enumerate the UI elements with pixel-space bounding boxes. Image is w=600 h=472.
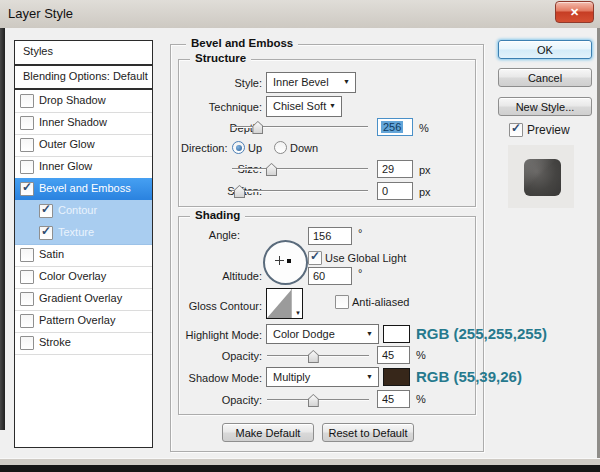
- highlight-opacity-input[interactable]: 45: [377, 346, 410, 364]
- style-value: Inner Bevel: [273, 76, 329, 88]
- opacity-unit: %: [416, 393, 426, 405]
- shadow-color-swatch[interactable]: [383, 368, 410, 386]
- depth-slider[interactable]: [232, 121, 368, 134]
- anti-aliased-label: Anti-aliased: [352, 296, 409, 308]
- preview-thumbnail: [508, 145, 574, 208]
- panel-title: Bevel and Emboss: [186, 37, 298, 49]
- gloss-contour-label: Gloss Contour:: [180, 300, 262, 312]
- shadow-opacity-input[interactable]: 45: [377, 390, 410, 408]
- soften-input[interactable]: 0: [377, 182, 413, 200]
- sidebar-item-blending-options[interactable]: Blending Options: Default: [15, 66, 152, 90]
- sidebar-item-drop-shadow[interactable]: Drop Shadow: [15, 90, 152, 113]
- shadow-mode-value: Multiply: [273, 371, 310, 383]
- shadow-opacity-slider[interactable]: [267, 394, 369, 407]
- direction-up-label: Up: [248, 142, 262, 154]
- contour-thumbnail: [267, 289, 292, 318]
- soften-slider[interactable]: [232, 185, 368, 198]
- slider-thumb[interactable]: [234, 185, 245, 198]
- inner-shadow-checkbox[interactable]: [20, 116, 34, 130]
- sidebar-item-label: Color Overlay: [39, 270, 106, 282]
- sidebar-item-label: Stroke: [39, 336, 71, 348]
- new-style-button[interactable]: New Style...: [498, 97, 592, 116]
- chevron-down-icon: ▼: [343, 78, 350, 85]
- contour-checkbox[interactable]: ✓: [39, 204, 53, 218]
- style-select[interactable]: Inner Bevel ▼: [266, 72, 356, 93]
- sidebar-item-label: Gradient Overlay: [39, 292, 122, 304]
- slider-thumb[interactable]: [308, 394, 319, 407]
- pattern-overlay-checkbox[interactable]: [20, 314, 34, 328]
- sidebar-item-texture[interactable]: ✓ Texture: [15, 222, 152, 245]
- sidebar-item-satin[interactable]: Satin: [15, 244, 152, 267]
- chevron-down-icon: ▼: [366, 330, 373, 337]
- close-icon: ✕: [570, 6, 579, 18]
- gloss-contour-arrow-button[interactable]: ▼: [291, 289, 302, 318]
- angle-input[interactable]: 156: [308, 227, 352, 245]
- sidebar-item-label: Bevel and Emboss: [39, 182, 131, 194]
- make-default-button[interactable]: Make Default: [222, 423, 314, 442]
- direction-down-label: Down: [290, 142, 318, 154]
- sidebar-item-styles[interactable]: Styles: [15, 41, 152, 66]
- highlight-color-swatch[interactable]: [383, 325, 410, 343]
- sidebar-item-label: Drop Shadow: [39, 94, 106, 106]
- slider-thumb[interactable]: [266, 163, 277, 176]
- slider-track: [232, 168, 368, 170]
- shading-title: Shading: [190, 209, 245, 221]
- chevron-down-icon: ▼: [329, 102, 336, 109]
- sidebar-item-pattern-overlay[interactable]: Pattern Overlay: [15, 310, 152, 333]
- satin-checkbox[interactable]: [20, 248, 34, 262]
- sidebar-item-label: Contour: [58, 204, 97, 216]
- sidebar-item-color-overlay[interactable]: Color Overlay: [15, 266, 152, 289]
- opacity-unit: %: [416, 349, 426, 361]
- use-global-light-checkbox[interactable]: ✓: [308, 251, 322, 265]
- drop-shadow-checkbox[interactable]: [20, 94, 34, 108]
- gloss-contour-picker[interactable]: ▼: [266, 288, 303, 319]
- technique-label: Technique:: [180, 101, 262, 113]
- reset-to-default-button[interactable]: Reset to Default: [322, 423, 414, 442]
- sidebar-item-inner-shadow[interactable]: Inner Shadow: [15, 112, 152, 135]
- gradient-overlay-checkbox[interactable]: [20, 292, 34, 306]
- slider-thumb[interactable]: [308, 350, 319, 363]
- preview-checkbox[interactable]: ✓: [509, 123, 523, 137]
- bevel-emboss-checkbox[interactable]: ✓: [20, 182, 34, 196]
- highlight-mode-select[interactable]: Color Dodge ▼: [266, 324, 379, 344]
- soften-unit: px: [419, 186, 431, 198]
- angle-unit: °: [358, 227, 362, 239]
- size-slider[interactable]: [232, 163, 368, 176]
- title-bar[interactable]: Layer Style ✕: [0, 0, 600, 29]
- slider-thumb[interactable]: [252, 121, 263, 134]
- window-title: Layer Style: [8, 6, 73, 21]
- style-label: Style:: [180, 77, 262, 89]
- direction-label: Direction:: [181, 142, 227, 154]
- depth-input[interactable]: 256: [377, 118, 413, 136]
- highlight-opacity-slider[interactable]: [267, 350, 369, 363]
- styles-list: Styles Blending Options: Default Drop Sh…: [14, 40, 153, 448]
- altitude-input[interactable]: 60: [308, 267, 352, 285]
- size-unit: px: [419, 164, 431, 176]
- inner-glow-checkbox[interactable]: [20, 160, 34, 174]
- sidebar-item-outer-glow[interactable]: Outer Glow: [15, 134, 152, 157]
- outer-glow-checkbox[interactable]: [20, 138, 34, 152]
- background-left-strip: [0, 28, 5, 430]
- opacity-value: 45: [382, 393, 394, 405]
- cancel-button[interactable]: Cancel: [498, 68, 592, 87]
- ok-button[interactable]: OK: [498, 40, 592, 59]
- technique-select[interactable]: Chisel Soft ▼: [266, 96, 342, 117]
- sidebar-item-label: Inner Shadow: [39, 116, 107, 128]
- sidebar-item-bevel-and-emboss[interactable]: ✓ Bevel and Emboss: [15, 178, 152, 201]
- angle-value: 156: [313, 230, 331, 242]
- stroke-checkbox[interactable]: [20, 336, 34, 350]
- sidebar-item-inner-glow[interactable]: Inner Glow: [15, 156, 152, 179]
- direction-down-radio[interactable]: [274, 141, 287, 154]
- color-overlay-checkbox[interactable]: [20, 270, 34, 284]
- sidebar-item-label: Inner Glow: [39, 160, 92, 172]
- size-input[interactable]: 29: [377, 160, 413, 178]
- sidebar-item-contour[interactable]: ✓ Contour: [15, 200, 152, 223]
- texture-checkbox[interactable]: ✓: [39, 226, 53, 240]
- sidebar-item-stroke[interactable]: Stroke: [15, 332, 152, 355]
- close-button[interactable]: ✕: [555, 1, 594, 23]
- direction-up-radio[interactable]: [232, 141, 245, 154]
- anti-aliased-checkbox[interactable]: [335, 295, 349, 309]
- shadow-mode-select[interactable]: Multiply ▼: [266, 367, 379, 387]
- angle-dial[interactable]: [263, 240, 308, 285]
- sidebar-item-gradient-overlay[interactable]: Gradient Overlay: [15, 288, 152, 311]
